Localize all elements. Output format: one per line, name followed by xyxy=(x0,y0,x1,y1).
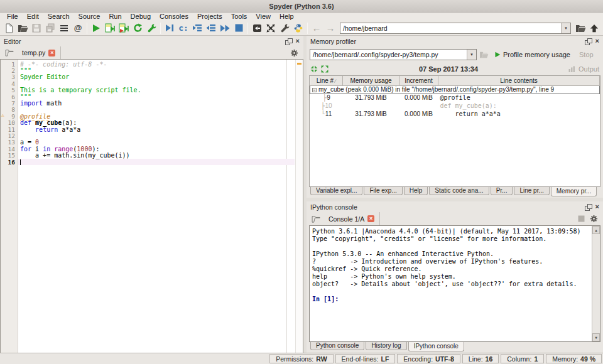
menu-item-run[interactable]: Run xyxy=(104,13,126,21)
console-prompt[interactable]: In [1]: xyxy=(312,296,590,303)
tab-memory-pr[interactable]: Memory pr... xyxy=(551,187,597,196)
scroll-up-icon[interactable]: ▲ xyxy=(592,226,600,234)
undock-pane-icon[interactable] xyxy=(585,204,592,210)
table-row[interactable]: ├931.793 MiB0.000 MiB@profile xyxy=(310,94,600,102)
run-cell-icon xyxy=(105,23,115,33)
browse-tabs-icon[interactable] xyxy=(312,215,321,223)
fullscreen-button[interactable] xyxy=(264,21,278,35)
tab-ipython-console[interactable]: IPython console xyxy=(408,342,464,351)
file-switcher-button[interactable] xyxy=(57,21,71,35)
run-cell-advance-button[interactable] xyxy=(117,21,131,35)
table-row[interactable]: ├10def my_cube(a): xyxy=(310,102,600,110)
browse-directory-button[interactable] xyxy=(573,21,587,35)
parent-directory-button[interactable] xyxy=(587,21,601,35)
collapse-tree-icon[interactable] xyxy=(312,88,317,92)
rerun-button[interactable] xyxy=(131,21,144,35)
menu-item-search[interactable]: Search xyxy=(43,13,74,21)
output-button[interactable]: Output xyxy=(579,65,599,73)
symbol-finder-button[interactable]: @ xyxy=(71,21,85,35)
editor-pane: Editor × temp.py × xyxy=(0,36,303,353)
menu-item-view[interactable]: View xyxy=(251,13,275,21)
tab-help[interactable]: Help xyxy=(404,187,428,195)
line-number: 4 xyxy=(1,80,18,87)
undock-pane-icon[interactable] xyxy=(585,38,592,45)
table-group-row[interactable]: my_cube (peak 0.000 MiB) in file "/home/… xyxy=(310,85,600,94)
tab-variable-expl[interactable]: Variable expl... xyxy=(310,187,362,195)
run-config-button[interactable] xyxy=(144,21,158,35)
close-pane-icon[interactable]: × xyxy=(595,38,599,45)
console-output-area[interactable]: Python 3.6.1 |Anaconda 4.4.0 (64-bit)| (… xyxy=(309,225,600,342)
console-tab-1a[interactable]: Console 1/A × xyxy=(323,212,380,225)
close-pane-icon[interactable]: × xyxy=(595,203,599,210)
tools-button[interactable] xyxy=(278,21,291,35)
warning-flag-marker[interactable] xyxy=(297,63,302,65)
save-all-button[interactable] xyxy=(43,21,57,35)
working-directory-value: /home/jbernard xyxy=(340,24,561,32)
column-header[interactable]: Line contents xyxy=(438,76,600,85)
code-line: 2""" xyxy=(1,67,295,73)
profiled-file-combobox[interactable]: /home/jbernard/.config/spyder-py3/temp.p… xyxy=(310,49,477,60)
run-config-wrench-icon xyxy=(147,23,156,33)
menu-item-help[interactable]: Help xyxy=(275,13,298,21)
close-tab-icon[interactable]: × xyxy=(48,50,55,56)
chevron-down-icon[interactable]: ▼ xyxy=(561,23,570,33)
scroll-down-icon[interactable]: ▼ xyxy=(592,333,600,341)
interrupt-kernel-icon[interactable] xyxy=(578,215,585,222)
menu-item-projects[interactable]: Projects xyxy=(193,13,227,21)
menu-item-debug[interactable]: Debug xyxy=(126,13,155,21)
continue-button[interactable] xyxy=(218,21,232,35)
working-directory-combobox[interactable]: /home/jbernard ▼ xyxy=(340,23,571,34)
menu-item-file[interactable]: File xyxy=(3,13,23,21)
column-header[interactable]: Line # ∕ xyxy=(310,76,343,85)
tab-line-pr[interactable]: Line pr... xyxy=(514,187,549,195)
open-file-button[interactable] xyxy=(16,21,30,35)
code-editor-area[interactable]: 1# -*- coding: utf-8 -*-2"""3Spyder Edit… xyxy=(0,59,303,353)
tab-history-log[interactable]: History log xyxy=(366,342,406,350)
tab-file-exp[interactable]: File exp... xyxy=(364,187,402,195)
back-button[interactable]: ← xyxy=(310,21,323,35)
menu-item-source[interactable]: Source xyxy=(74,13,105,21)
forward-button[interactable]: → xyxy=(323,21,337,35)
step-into-button[interactable] xyxy=(190,21,204,35)
collapse-all-icon[interactable] xyxy=(310,65,318,73)
chevron-down-icon[interactable]: ▼ xyxy=(467,50,476,60)
stop-profiling-button[interactable]: Stop xyxy=(576,51,597,58)
tab-python-console[interactable]: Python console xyxy=(310,342,364,350)
run-current-line-button[interactable]: c: xyxy=(177,21,190,35)
menu-item-tools[interactable]: Tools xyxy=(227,13,252,21)
scroll-flag-area[interactable] xyxy=(295,60,303,353)
new-file-button[interactable] xyxy=(2,21,16,35)
table-row[interactable]: └1131.793 MiB0.000 MiB return a*a*a xyxy=(310,110,600,118)
python-logo-button[interactable] xyxy=(291,21,305,35)
console-dock-tabs: Python consoleHistory logIPython console xyxy=(307,342,603,353)
maximize-pane-button[interactable] xyxy=(250,21,264,35)
profile-memory-button[interactable]: Profile memory usage xyxy=(491,51,573,58)
status-memory: Memory:49 % xyxy=(546,354,602,363)
column-header[interactable]: Increment xyxy=(399,76,438,85)
run-button[interactable] xyxy=(89,21,103,35)
editor-tab-temppy[interactable]: temp.py × xyxy=(17,46,61,59)
column-header[interactable]: Memory usage xyxy=(343,76,399,85)
expand-all-icon[interactable] xyxy=(321,65,329,73)
editor-options-gear-icon[interactable] xyxy=(290,49,298,57)
undock-pane-icon[interactable] xyxy=(285,38,292,45)
select-file-icon[interactable] xyxy=(479,51,489,58)
browse-tabs-icon[interactable] xyxy=(5,49,14,56)
tab-pr[interactable]: Pr... xyxy=(491,187,513,195)
console-scrollbar[interactable]: ▲ ▼ xyxy=(592,226,600,341)
close-tab-icon[interactable]: × xyxy=(367,215,374,222)
menu-item-edit[interactable]: Edit xyxy=(23,13,43,21)
cell-memory-usage: 31.793 MiB xyxy=(343,110,399,118)
menu-item-consoles[interactable]: Consoles xyxy=(155,13,193,21)
step-return-button[interactable] xyxy=(204,21,218,35)
code-text: a = 0 xyxy=(18,139,295,146)
close-pane-icon[interactable]: × xyxy=(296,38,300,45)
tab-static-code-ana[interactable]: Static code ana... xyxy=(429,187,489,195)
run-cell-button[interactable] xyxy=(103,21,117,35)
stop-debug-button[interactable] xyxy=(232,21,246,35)
line-number: 14 xyxy=(1,146,18,153)
memory-profiler-table[interactable]: Line # ∕Memory usageIncrementLine conten… xyxy=(309,75,600,187)
debug-button[interactable] xyxy=(163,21,177,35)
save-button[interactable] xyxy=(30,21,43,35)
console-options-gear-icon[interactable] xyxy=(590,215,598,223)
